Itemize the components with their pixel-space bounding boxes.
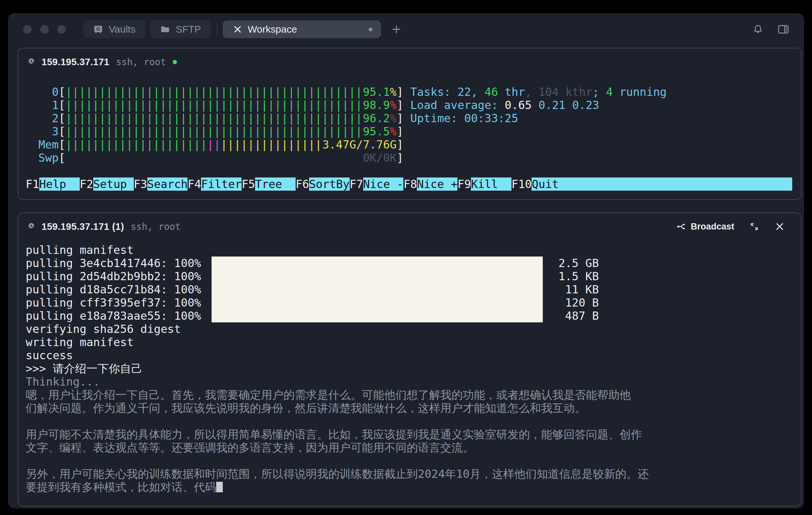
htop-meter-row: 1[||||||||||||||||||||||||||||||||||||||… xyxy=(26,98,801,112)
terminal-line xyxy=(26,415,801,428)
terminal-actions: Broadcast xyxy=(676,221,785,232)
terminal-line xyxy=(26,454,801,467)
connection-info: ssh, root xyxy=(130,221,181,232)
progress-bar xyxy=(211,256,543,270)
fkey-f9[interactable]: F9Kill xyxy=(457,178,512,191)
fkey-f3[interactable]: F3Search xyxy=(134,178,188,191)
vault-icon xyxy=(93,24,104,35)
htop-view: 0[||||||||||||||||||||||||||||||||||||||… xyxy=(19,70,801,191)
broadcast-icon xyxy=(676,221,687,232)
terminal-panel-top: 159.195.37.171 ssh, root 0[|||||||||||||… xyxy=(18,48,802,200)
broadcast-label: Broadcast xyxy=(691,222,734,232)
terminal-line: 另外，用户可能关心我的训练数据和时间范围，所以得说明我的训练数据截止到2024年… xyxy=(26,467,801,480)
terminal-output: pulling manifestpulling 3e4cb1417446: 10… xyxy=(19,235,801,493)
terminal-line: writing manifest xyxy=(26,336,801,349)
htop-info-line: Load average: 0.65 0.21 0.23 xyxy=(410,98,599,112)
tab-vaults[interactable]: Vaults xyxy=(83,21,145,38)
terminal-line: pulling cff3f395ef37: 100% 120 B xyxy=(26,296,801,309)
terminal-panel-bottom: 159.195.37.171 (1) ssh, root Broadcast xyxy=(18,212,802,507)
tab-label: Workspace xyxy=(248,24,297,35)
terminal-line: 们解决问题。作为通义千问，我应该先说明我的身份，然后讲清楚我能做什么，这样用户才… xyxy=(26,401,801,415)
htop-rows: 0[||||||||||||||||||||||||||||||||||||||… xyxy=(26,85,801,164)
fkey-f10[interactable]: F10Quit xyxy=(512,178,792,191)
fkey-f5[interactable]: F5Tree xyxy=(241,178,296,191)
fkey-f7[interactable]: F7Nice - xyxy=(350,178,404,191)
window-minimize-button[interactable] xyxy=(40,25,49,34)
window-zoom-button[interactable] xyxy=(57,25,66,34)
terminal-line: pulling d18a5cc71b84: 100% 11 KB xyxy=(26,283,801,296)
tab-sftp[interactable]: SFTP xyxy=(150,21,211,38)
htop-info-line: Uptime: 00:33:25 xyxy=(410,112,518,125)
tab-bar: Vaults SFTP Workspace xyxy=(8,13,804,42)
close-icon[interactable] xyxy=(233,24,242,34)
toggle-sidebar-icon[interactable] xyxy=(777,23,790,36)
terminal-line: success xyxy=(26,349,801,362)
htop-meter-row: 0[||||||||||||||||||||||||||||||||||||||… xyxy=(26,85,801,98)
terminal-line: pulling manifest xyxy=(26,243,801,256)
progress-bar xyxy=(211,296,543,309)
terminal-line: 嗯，用户让我介绍一下自己。首先，我需要确定用户的需求是什么。可能他们想了解我的功… xyxy=(26,388,801,401)
terminal-line: Thinking... xyxy=(26,375,801,388)
fkey-f2[interactable]: F2Setup xyxy=(80,178,134,191)
host-address: 159.195.37.171 xyxy=(41,57,109,67)
close-terminal-icon[interactable] xyxy=(775,221,785,232)
terminal-line: 用户可能不太清楚我的具体能力，所以得用简单易懂的语言。比如，我应该提到我是通义实… xyxy=(26,428,801,441)
tab-activity-dot xyxy=(369,28,372,31)
notifications-bell-icon[interactable] xyxy=(752,23,764,35)
htop-meter-row: 3[||||||||||||||||||||||||||||||||||||||… xyxy=(26,125,801,138)
progress-bar xyxy=(211,283,543,296)
terminal-line: 文字、编程、表达观点等等。还要强调我的多语言支持，因为用户可能用不同的语言交流。 xyxy=(26,441,801,454)
expand-terminal-icon[interactable] xyxy=(749,222,759,232)
new-tab-button[interactable] xyxy=(391,24,402,35)
htop-info-line: Tasks: 22, 46 thr, 104 kthr; 4 running xyxy=(410,85,667,98)
tab-workspace[interactable]: Workspace xyxy=(223,21,381,38)
terminal-header: 159.195.37.171 ssh, root xyxy=(19,49,801,70)
tab-label: SFTP xyxy=(176,24,201,35)
fkey-f6[interactable]: F6SortBy xyxy=(296,178,350,191)
terminal-line: pulling 2d54db2b9bb2: 100%1.5 KB xyxy=(26,270,801,283)
fkey-f4[interactable]: F4Filter xyxy=(187,178,241,191)
terminal-line: 要提到我有多种模式，比如对话、代码 xyxy=(26,480,801,493)
host-address: 159.195.37.171 (1) xyxy=(41,221,124,232)
broadcast-button[interactable]: Broadcast xyxy=(676,221,734,232)
fkey-f1[interactable]: F1Help xyxy=(26,178,80,191)
terminal-line: verifying sha256 digest xyxy=(26,322,801,336)
terminal-cursor xyxy=(216,482,223,492)
htop-meter-row: Swp[0K/0K] xyxy=(26,151,801,164)
terminal-header: 159.195.37.171 (1) ssh, root Broadcast xyxy=(19,213,801,235)
window-controls xyxy=(23,25,66,34)
fkey-f8[interactable]: F8Nice + xyxy=(403,178,457,191)
debian-os-icon xyxy=(26,222,36,232)
connection-status-dot xyxy=(173,60,177,64)
htop-meter-row: Mem[||||||||||||||||||||||||||||||||||||… xyxy=(26,138,801,151)
app-window: Vaults SFTP Workspace xyxy=(8,13,804,508)
tabbar-right-actions xyxy=(752,23,790,36)
window-close-button[interactable] xyxy=(23,25,32,34)
progress-bar xyxy=(211,270,543,283)
terminal-line: >>> 请介绍一下你自己 xyxy=(26,362,801,375)
htop-fkey-bar: F1Help F2Setup F3SearchF4FilterF5Tree F6… xyxy=(26,178,792,191)
tab-label: Vaults xyxy=(109,24,136,35)
tab-divider xyxy=(217,23,218,35)
progress-bar xyxy=(211,309,543,322)
connection-info: ssh, root xyxy=(116,57,166,67)
terminal-line: pulling 3e4cb1417446: 100%2.5 GB xyxy=(26,256,801,270)
screen: Vaults SFTP Workspace xyxy=(0,0,812,515)
htop-meter-row: 2[||||||||||||||||||||||||||||||||||||||… xyxy=(26,112,801,125)
terminal-line: pulling e18a783aae55: 100% 487 B xyxy=(26,309,801,322)
debian-os-icon xyxy=(26,57,36,67)
folder-icon xyxy=(160,24,170,35)
